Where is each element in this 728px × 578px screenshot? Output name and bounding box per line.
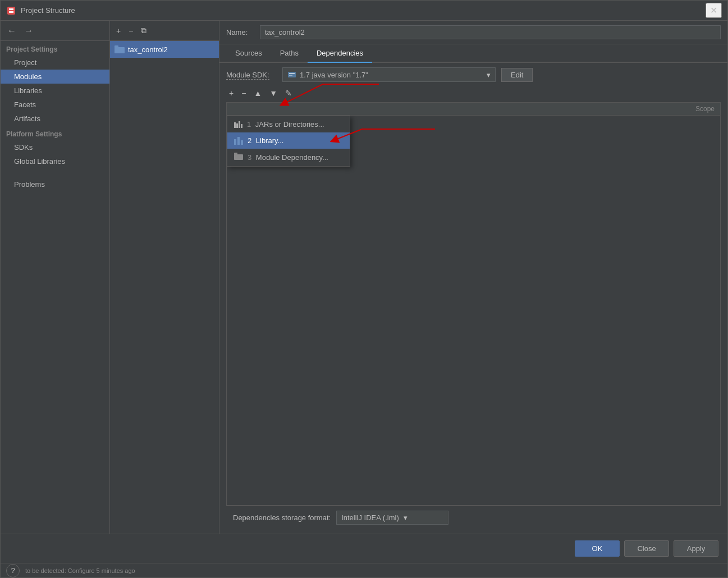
module-folder-icon — [115, 44, 125, 54]
help-button[interactable]: ? — [6, 564, 20, 577]
move-down-dep-button[interactable]: ▼ — [267, 88, 280, 99]
sdk-edit-button[interactable]: Edit — [501, 68, 533, 82]
sdk-value: 1.7 java version "1.7" — [300, 71, 368, 79]
sidebar-item-libraries[interactable]: Libraries — [1, 84, 109, 98]
add-module-button[interactable]: + — [113, 25, 123, 36]
add-jars-item[interactable]: 1 JARs or Directories... — [227, 116, 350, 132]
platform-settings-header: Platform Settings — [1, 126, 109, 140]
storage-format-dropdown[interactable]: IntelliJ IDEA (.iml) ▾ — [336, 511, 448, 525]
svg-rect-1 — [9, 8, 13, 10]
apply-button[interactable]: Apply — [674, 540, 718, 557]
module-name: tax_control2 — [128, 45, 168, 54]
svg-rect-2 — [9, 11, 13, 13]
module-list-panel: + − ⧉ tax_control2 — [110, 21, 219, 534]
sidebar-item-facets[interactable]: Facets — [1, 98, 109, 112]
storage-format-value: IntelliJ IDEA (.iml) — [341, 513, 399, 522]
svg-rect-9 — [234, 153, 237, 155]
forward-button[interactable]: → — [22, 25, 35, 37]
sidebar-item-modules[interactable]: Modules — [1, 70, 109, 84]
deps-content: Module SDK: 1.7 java version "1.7" ▾ — [219, 63, 727, 534]
add-module-dep-label: 3 Module Dependency... — [248, 153, 328, 162]
close-dialog-button[interactable]: Close — [624, 540, 669, 557]
add-library-label: 2 Library... — [248, 136, 283, 145]
sidebar-item-project[interactable]: Project — [1, 56, 109, 70]
main-content: ← → Project Settings Project Modules Lib… — [1, 21, 727, 534]
project-settings-header: Project Settings — [1, 41, 109, 56]
close-button[interactable]: ✕ — [706, 3, 722, 18]
name-bar: Name: — [219, 21, 727, 44]
sdk-row: Module SDK: 1.7 java version "1.7" ▾ — [226, 67, 721, 82]
back-button[interactable]: ← — [5, 25, 19, 37]
add-module-dep-item[interactable]: 3 Module Dependency... — [227, 149, 350, 166]
add-jars-label: 1 JARs or Directories... — [247, 120, 324, 129]
sidebar-item-problems[interactable]: Problems — [1, 177, 109, 191]
tab-paths[interactable]: Paths — [271, 44, 308, 63]
move-up-dep-button[interactable]: ▲ — [251, 88, 264, 99]
deps-table: Scope — [226, 102, 721, 506]
jars-icon — [234, 121, 242, 128]
tab-dependencies[interactable]: Dependencies — [308, 44, 372, 63]
right-panel: Name: Sources Paths Dependencies — [219, 21, 727, 534]
bottom-bar: OK Close Apply — [1, 534, 727, 563]
status-text: to be detected: Configure 5 minutes ago — [25, 567, 135, 574]
left-panel: ← → Project Settings Project Modules Lib… — [1, 21, 110, 534]
module-list-item[interactable]: tax_control2 — [110, 41, 219, 58]
dialog-title: Project Structure — [21, 6, 706, 15]
dialog: Project Structure ✕ ← → Project Settings… — [0, 0, 728, 578]
sidebar-item-artifacts[interactable]: Artifacts — [1, 112, 109, 126]
sdk-label: Module SDK: — [226, 71, 277, 79]
app-icon — [6, 6, 16, 16]
name-label: Name: — [226, 28, 254, 36]
sdk-icon — [287, 70, 296, 79]
status-bar: ? to be detected: Configure 5 minutes ag… — [1, 563, 727, 577]
sidebar-item-global-libraries[interactable]: Global Libraries — [1, 154, 109, 168]
add-dep-button[interactable]: + — [226, 88, 236, 99]
title-bar: Project Structure ✕ — [1, 1, 727, 21]
svg-rect-7 — [289, 75, 292, 76]
sdk-dropdown[interactable]: 1.7 java version "1.7" ▾ — [282, 67, 496, 82]
storage-label: Dependencies storage format: — [233, 513, 331, 522]
add-dep-dropdown: 1 JARs or Directories... — [227, 116, 350, 167]
sidebar-item-sdks[interactable]: SDKs — [1, 140, 109, 154]
lib-icon — [234, 137, 243, 145]
deps-col-name — [227, 103, 653, 115]
name-input[interactable] — [260, 25, 721, 39]
copy-module-button[interactable]: ⧉ — [138, 25, 149, 36]
svg-rect-6 — [289, 73, 295, 74]
sdk-dropdown-icon: ▾ — [487, 71, 491, 79]
tab-sources[interactable]: Sources — [226, 44, 271, 63]
edit-dep-button[interactable]: ✎ — [282, 88, 295, 99]
deps-table-body: 1 JARs or Directories... — [226, 115, 721, 506]
svg-rect-0 — [7, 7, 15, 15]
remove-dep-button[interactable]: − — [239, 88, 249, 99]
module-dep-icon — [234, 153, 243, 162]
module-toolbar: + − ⧉ — [110, 21, 219, 41]
nav-toolbar: ← → — [1, 21, 109, 41]
add-library-item[interactable]: 2 Library... — [227, 132, 350, 149]
deps-table-header: Scope — [226, 102, 721, 115]
deps-col-scope: Scope — [653, 103, 720, 115]
svg-rect-5 — [288, 72, 296, 77]
deps-toolbar: + − ▲ ▼ ✎ — [226, 88, 721, 99]
storage-dropdown-icon: ▾ — [404, 513, 408, 522]
tabs-bar: Sources Paths Dependencies — [219, 44, 727, 63]
svg-rect-4 — [115, 45, 118, 48]
storage-bar: Dependencies storage format: IntelliJ ID… — [226, 506, 721, 529]
remove-module-button[interactable]: − — [126, 25, 136, 36]
ok-button[interactable]: OK — [575, 540, 620, 557]
svg-rect-8 — [234, 154, 243, 160]
